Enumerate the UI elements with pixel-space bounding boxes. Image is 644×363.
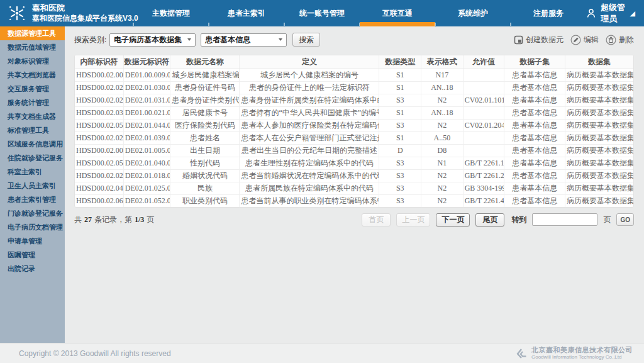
column-header: 定义 [240,55,379,69]
app-title-block: 嘉和医院 嘉和医院信息集成平台系统V3.0 [32,3,138,23]
dataset-category-select[interactable]: 电子病历基本数据集 [109,33,196,47]
page-label: 页 [147,215,154,225]
nav-tab[interactable]: 患者主索引 [209,0,284,26]
nav-tab[interactable]: 主数据管理 [133,0,209,26]
nav-tab-label: 注册服务 [533,8,564,19]
sidebar-item[interactable]: 标准管理工具 [0,123,65,137]
cell-element-name: 医疗保险类别代码 [170,119,240,131]
search-button[interactable]: 搜索 [292,33,320,47]
cell-definition: 患者的身份证件上的唯一法定标识符 [240,81,379,94]
cell-internal-id: HDSD00.02.027 [75,131,123,144]
table-row[interactable]: HDSD00.02.027 DE02.01.039.00 患者姓名 患者本人在公… [75,131,633,144]
sidebar-item[interactable]: 数据元值域管理 [0,40,65,54]
cell-element-id: DE02.01.030.00 [123,81,170,94]
pager-button[interactable]: 上一页 [396,213,430,226]
sidebar-item[interactable]: 服务统计管理 [0,96,65,109]
column-header: 数据类型 [379,55,421,69]
cell-element-id: DE02.01.044.00 [123,119,170,131]
create-icon [514,35,523,45]
nav-tab[interactable]: 系统维护 [435,0,511,26]
content-row: 数据源管理工具 数据元值域管理 对象标识管理 共享文档浏览器 交互服务管理 服务… [0,26,644,343]
nav-tab[interactable]: 统一账号管理 [284,0,360,26]
sidebar-item[interactable]: 患者主索引管理 [0,193,65,206]
cell-data-subset: 患者基本信息 [504,194,565,207]
cell-definition: 患者当前从事的职业类别在特定编码体系中的代码 [240,194,379,207]
chevron-down-icon [187,38,191,41]
cell-allowed-values: CV02.01.101 [463,94,504,106]
dataset-subcategory-select[interactable]: 患者基本信息 [201,33,287,47]
table-row[interactable]: HDSD00.02.025 DE02.01.030.00 患者身份证件号码 患者… [75,81,633,94]
column-header: 表示格式 [421,55,464,69]
sidebar-item[interactable]: 对象标识管理 [0,54,65,68]
dropdown-caret-icon: ◢ [630,10,635,17]
cell-definition: 患者生理性别在特定编码体系中的代码 [240,157,379,169]
cell-data-type: S3 [379,169,421,182]
cell-format: N2 [421,182,464,194]
nav-tab-label: 系统维护 [458,8,488,19]
sidebar-item[interactable]: 共享文档生成器 [0,109,65,123]
create-data-element-button[interactable]: 创建数据元 [514,35,564,45]
sidebar-item[interactable]: 电子病历文档管理 [0,220,65,234]
pager-button[interactable]: 尾页 [475,213,504,226]
cell-element-id: DE02.01.039.00 [123,131,170,144]
cell-allowed-values [463,69,504,81]
cell-element-name: 婚姻状况代码 [170,169,240,182]
cell-element-id: DE02.01.025.00 [123,182,170,194]
table-row[interactable]: HDSD00.02.003 DE01.00.009.00 城乡居民健康档案编号 … [75,69,633,81]
delete-button-label: 删除 [619,35,634,45]
cell-data-subset: 患者基本信息 [504,131,565,144]
nav-tab[interactable]: 注册服务 [511,0,586,26]
sidebar-menu: 数据源管理工具 数据元值域管理 对象标识管理 共享文档浏览器 交互服务管理 服务… [0,26,65,343]
user-menu[interactable]: 超级管理员 ◢ [586,0,644,26]
table-row[interactable]: HDSD00.02.050 DE02.01.040.00 性别代码 患者生理性别… [75,157,633,169]
table-row[interactable]: HDSD00.02.042 DE02.01.025.00 民族 患者所属民族在特… [75,182,633,194]
cell-element-name: 职业类别代码 [170,194,240,207]
cell-format: AN..18 [421,106,464,119]
table-row[interactable]: HDSD00.02.026 DE02.01.031.00 患者身份证件类别代码 … [75,94,633,106]
cell-definition: 患者本人在公安户籍管理部门正式登记注册的姓氏和名称 [240,131,379,144]
cell-element-id: DE02.01.018.00 [123,169,170,182]
cell-format: D8 [421,144,464,157]
goto-page-input[interactable] [532,213,597,226]
copyright-text: Copyright © 2013 Goodwill All rights res… [19,349,171,358]
dataset-category-value: 电子病历基本数据集 [114,35,182,45]
cell-element-name: 性别代码 [170,157,240,169]
pager-button[interactable]: 首页 [362,213,391,226]
sidebar-item[interactable]: 数据源管理工具 [0,26,65,40]
go-button[interactable]: GO [616,213,634,226]
sidebar-item[interactable]: 共享文档浏览器 [0,68,65,82]
sidebar-item[interactable]: 住院就诊登记服务 [0,151,65,165]
pagination-bar: 共 27 条记录，第 1/3 页 首页 上一页 下一页 [74,213,634,226]
table-row[interactable]: HDSD00.02.028 DE02.01.018.00 婚姻状况代码 患者当前… [75,169,633,182]
table-row[interactable]: HDSD00.02.052 DE02.01.044.00 医疗保险类别代码 患者… [75,119,633,131]
cell-element-name: 居民健康卡号 [170,106,240,119]
table-row[interactable]: HDSD00.02.060 DE02.01.052.00 职业类别代码 患者当前… [75,194,633,207]
pager-button[interactable]: 下一页 [436,213,470,226]
brand-area: 嘉和医院 嘉和医院信息集成平台系统V3.0 [0,0,133,26]
sidebar-item[interactable]: 卫生人员主索引 [0,179,65,193]
app-title: 嘉和医院 [32,3,138,13]
cell-data-subset: 患者基本信息 [504,106,565,119]
company-names: 北京嘉和美康信息技术有限公司 Goodwill Information Tech… [531,346,633,360]
table-row[interactable]: HDSD00.02.004 DE02.01.005.01 出生日期 患者出生当日… [75,144,633,157]
sidebar-item[interactable]: 科室主索引 [0,165,65,179]
sidebar-item[interactable]: 交互服务管理 [0,82,65,96]
delete-button[interactable]: 删除 [606,35,634,45]
chevron-down-icon [279,38,282,41]
table-row[interactable]: HDSD00.02.035 DE01.00.021.00 居民健康卡号 患者持有… [75,106,633,119]
cell-internal-id: HDSD00.02.060 [75,194,123,207]
nav-tab[interactable]: 互联互通 [360,0,435,26]
nav-tab-label: 统一账号管理 [299,8,345,19]
cell-data-type: S3 [379,94,421,106]
sidebar-item[interactable]: 医嘱管理 [0,248,65,262]
sidebar-item[interactable]: 门诊就诊登记服务 [0,206,65,220]
edit-button[interactable]: 编辑 [570,35,599,45]
cell-data-type: S1 [379,81,421,94]
sidebar-item[interactable]: 申请单管理 [0,234,65,248]
edit-button-label: 编辑 [584,35,599,45]
cell-format: N2 [421,194,464,207]
top-header: 嘉和医院 嘉和医院信息集成平台系统V3.0 主数据管理 患者主索引 统一账号管理 [0,0,644,26]
sidebar-item[interactable]: 出院记录 [0,262,65,276]
sidebar-item[interactable]: 区域服务信息调用 [0,137,65,151]
cell-element-id: DE02.01.005.01 [123,144,170,157]
